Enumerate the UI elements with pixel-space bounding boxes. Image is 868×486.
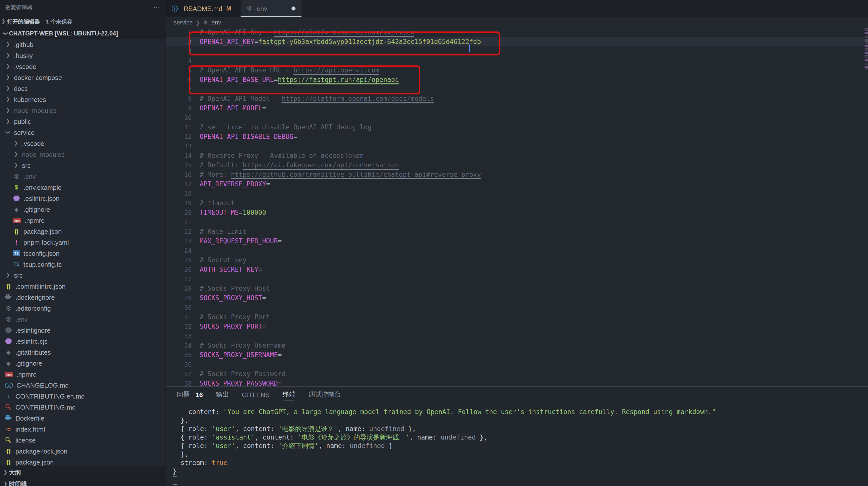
breadcrumb-file[interactable]: .env — [210, 19, 221, 26]
code-line[interactable]: # Socks Proxy Username — [200, 341, 285, 350]
tab-label: .env — [255, 5, 267, 12]
panel-tab-terminal[interactable]: 终端 — [282, 387, 296, 403]
breadcrumb-folder[interactable]: service — [174, 19, 193, 26]
outline-section[interactable]: ❯ 大纲 — [0, 466, 166, 478]
code-line[interactable]: SOCKS_PROXY_HOST= — [200, 293, 266, 303]
tree-file-.eslintrc.cjs[interactable]: .eslintrc.cjs — [0, 336, 165, 347]
minimap[interactable] — [864, 17, 868, 386]
tab-readme[interactable]: README.md M — [166, 0, 241, 17]
code-segment: # Secret key — [200, 256, 247, 264]
code-line[interactable]: TIMEOUT_MS=100000 — [200, 208, 266, 217]
code-line[interactable]: SOCKS_PROXY_PORT= — [200, 322, 266, 331]
line-number: 23 — [166, 236, 192, 246]
code-segment: TIMEOUT_MS — [200, 209, 239, 216]
code-line[interactable]: OPENAI_API_DISABLE_DEBUG= — [200, 132, 297, 141]
tree-file-.env[interactable]: .env — [0, 171, 165, 182]
code-line[interactable]: AUTH_SECRET_KEY= — [200, 265, 262, 274]
tree-file-.env[interactable]: .env — [0, 314, 165, 325]
open-editors-section[interactable]: ❯ 打开的编辑器 1 个未保存 — [0, 15, 166, 28]
tree-file-Dockerfile[interactable]: Dockerfile — [0, 412, 165, 424]
chevron-right-icon: ❯ — [13, 141, 19, 146]
tree-folder-.husky[interactable]: ❯.husky — [0, 50, 165, 61]
code-line[interactable]: OPENAI_API_MODEL= — [200, 104, 266, 113]
code-line[interactable]: # Default: https://ai.fakeopen.com/api/c… — [200, 160, 399, 170]
tree-folder-docs[interactable]: ❯docs — [0, 83, 165, 94]
code-segment: = — [278, 351, 282, 359]
tree-file-.npmrc[interactable]: .npmrc — [0, 369, 165, 380]
panel-tab-output[interactable]: 输出 — [216, 387, 229, 403]
tree-folder-node_modules[interactable]: ❯node_modules — [0, 105, 165, 116]
tree-file-.eslintrc.json[interactable]: .eslintrc.json — [0, 193, 165, 204]
terminal-segment: } — [385, 442, 393, 450]
code-line[interactable]: # Socks Proxy Port — [200, 312, 270, 322]
code-line[interactable]: # Secret key — [200, 255, 247, 265]
code-line[interactable]: # Socks Proxy Host — [200, 284, 270, 293]
code-line[interactable]: # set `true` to disable OpenAI API debug… — [200, 122, 372, 132]
tree-folder-service[interactable]: ❯service — [0, 127, 165, 138]
code-line[interactable]: # Socks Proxy Password — [200, 369, 285, 379]
panel-tab-problems[interactable]: 问题 16 — [177, 387, 203, 403]
tree-file-.dockerignore[interactable]: .dockerignore — [0, 292, 165, 303]
code-line[interactable]: API_REVERSE_PROXY= — [200, 179, 270, 189]
unsaved-dot-icon[interactable] — [291, 6, 296, 10]
tree-file-package.json[interactable]: package.json — [0, 226, 165, 237]
tree-file-tsconfig.json[interactable]: tsconfig.json — [0, 248, 165, 259]
tree-folder-.vscode[interactable]: ❯.vscode — [0, 61, 165, 72]
tree-file-package-lock.json[interactable]: package-lock.json — [0, 446, 165, 457]
tree-folder-docker-compose[interactable]: ❯docker-compose — [0, 72, 165, 83]
tree-file-.gitignore[interactable]: .gitignore — [0, 358, 165, 369]
tree-file-CHANGELOG.md[interactable]: CHANGELOG.md — [0, 380, 165, 391]
minimap-line — [865, 64, 868, 65]
code-line[interactable]: SOCKS_PROXY_USERNAME= — [200, 350, 282, 360]
tree-file-.npmrc[interactable]: .npmrc — [0, 215, 165, 226]
terminal-output[interactable]: content: "You are ChatGPT, a large langu… — [166, 403, 868, 485]
tree-file-index.html[interactable]: index.html — [0, 424, 165, 434]
tree-file-.editorconfig[interactable]: .editorconfig — [0, 303, 165, 314]
tree-folder-node_modules[interactable]: ❯node_modules — [0, 149, 165, 160]
terminal-segment: , content: — [255, 433, 298, 441]
code-line[interactable]: # OpenAI API Model - https://platform.op… — [200, 94, 434, 104]
code-line[interactable]: # Reverse Proxy - Available on accessTok… — [200, 151, 364, 160]
code-line[interactable]: MAX_REQUEST_PER_HOUR= — [200, 236, 282, 246]
code-line[interactable]: # Rate Limit — [200, 227, 247, 236]
tab-env[interactable]: ⚙ .env — [241, 0, 302, 17]
tree-file-.gitattributes[interactable]: .gitattributes — [0, 347, 165, 358]
tree-file-CONTRIBUTING.md[interactable]: CONTRIBUTING.md — [0, 402, 165, 412]
panel-tab-label: 输出 — [216, 390, 229, 399]
tree-folder-src[interactable]: ❯src — [0, 270, 165, 281]
tree-item-label: package.json — [24, 228, 62, 235]
tree-file-.eslintignore[interactable]: .eslintignore — [0, 325, 165, 336]
line-number: 22 — [166, 227, 192, 236]
tree-file-.commitlintrc.json[interactable]: .commitlintrc.json — [0, 281, 165, 292]
tree-folder-.vscode[interactable]: ❯.vscode — [0, 138, 165, 149]
line-number: 6 — [166, 75, 192, 84]
code-line[interactable]: # timeout — [200, 198, 235, 208]
tree-file-.gitignore[interactable]: .gitignore — [0, 204, 165, 215]
tree-folder-.github[interactable]: ❯.github — [0, 39, 165, 50]
tree-folder-src[interactable]: ❯src — [0, 160, 165, 171]
minimap-line — [865, 43, 868, 44]
tree-file-tsup.config.ts[interactable]: tsup.config.ts — [0, 259, 165, 270]
timeline-section[interactable]: ❯ 时间线 — [0, 478, 166, 486]
code-line[interactable]: # More: https://github.com/transitive-bu… — [200, 170, 481, 179]
tree-folder-public[interactable]: ❯public — [0, 116, 165, 127]
tree-file-license[interactable]: license — [0, 434, 165, 446]
more-actions-icon[interactable]: ⋯ — [153, 3, 161, 11]
workspace-root-item[interactable]: ❯ CHATGPT-WEB [WSL: UBUNTU-22.04] — [0, 28, 165, 39]
panel-tab-debug-console[interactable]: 调试控制台 — [308, 387, 341, 403]
panel-tab-gitlens[interactable]: GITLENS — [242, 387, 270, 403]
code-line[interactable]: SOCKS_PROXY_PASSWORD= — [200, 379, 282, 386]
tree-file-pnpm-lock.yaml[interactable]: pnpm-lock.yaml — [0, 237, 165, 248]
terminal-segment: undefined — [350, 442, 385, 450]
tree-file-.env.example[interactable]: .env.example — [0, 182, 165, 193]
code-editor[interactable]: 1234567891011121314151617181920212223242… — [166, 0, 868, 386]
breadcrumb[interactable]: service ❯ ⚙ .env — [166, 17, 868, 28]
tree-folder-kubernetes[interactable]: ❯kubernetes — [0, 94, 165, 105]
tree-file-CONTRIBUTING.en.md[interactable]: CONTRIBUTING.en.md — [0, 391, 165, 402]
tab-label: README.md — [184, 5, 222, 12]
line-number: 14 — [166, 151, 192, 160]
tree-file-package.json[interactable]: package.json — [0, 457, 165, 467]
chevron-right-icon: ❯ — [196, 20, 200, 25]
editor-tabstrip: README.md M ⚙ .env — [166, 0, 868, 17]
workspace-root-label: CHATGPT-WEB [WSL: UBUNTU-22.04] — [9, 30, 118, 37]
